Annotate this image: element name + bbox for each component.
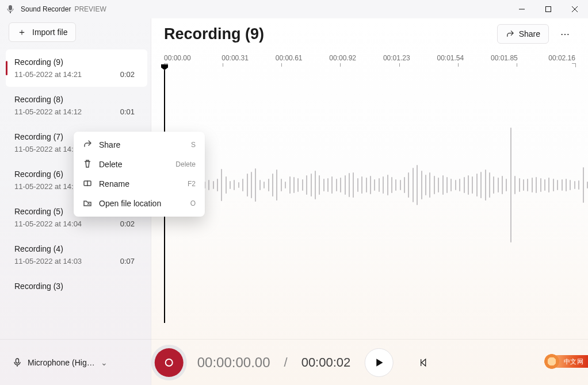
badge-text: 中文网: [564, 357, 584, 366]
svg-rect-2: [546, 7, 551, 12]
context-menu-label: Share: [99, 140, 184, 149]
input-device-label: Microphone (Hig…: [28, 358, 95, 367]
import-file-button[interactable]: ＋ Import file: [9, 22, 76, 42]
context-menu-shortcut: S: [191, 141, 196, 149]
timeline-tick-label: 00:00.00: [164, 54, 198, 62]
window-minimize-button[interactable]: [509, 0, 535, 18]
microphone-icon: [13, 358, 22, 367]
corner-badge: 中文网: [551, 355, 589, 368]
share-icon: [506, 30, 514, 38]
recording-duration: 0:02: [120, 220, 135, 228]
share-icon: [83, 140, 92, 151]
context-menu-shortcut: O: [190, 199, 196, 207]
timeline-tick-label: 00:02.16: [541, 54, 575, 62]
recording-list-item[interactable]: Recording (9)11-05-2022 at 14:210:02: [6, 49, 147, 87]
timeline-tick-label: 00:01.23: [379, 54, 414, 62]
recording-title: Recording (3): [14, 282, 135, 291]
timeline-tick-label: 00:00.31: [218, 54, 253, 62]
total-time: 00:00:02: [301, 355, 351, 370]
recording-subtitle: 11-05-2022 at 14:04: [14, 220, 82, 228]
current-time: 00:00:00.00: [197, 355, 270, 371]
share-label: Share: [519, 29, 540, 38]
recording-title: Recording (8): [14, 95, 135, 104]
time-separator: /: [284, 355, 288, 370]
folder-icon: [83, 198, 92, 209]
recording-subtitle: 11-05-2022 at 14:03: [14, 257, 82, 265]
main: Recording (9) Share ⋯ 00:00.0000:00.3100…: [151, 18, 588, 385]
app-name: Sound Recorder: [21, 5, 71, 13]
context-menu: ShareSDeleteDeleteRenameF2Open file loca…: [74, 132, 205, 217]
context-menu-label: Open file location: [99, 199, 184, 208]
context-menu-item[interactable]: RenameF2: [77, 174, 201, 194]
skip-back-button[interactable]: [413, 352, 433, 373]
delete-icon: [83, 159, 92, 170]
context-menu-shortcut: F2: [188, 180, 196, 188]
recording-list-item[interactable]: Recording (4)11-05-2022 at 14:030:07: [6, 236, 147, 274]
context-menu-item[interactable]: DeleteDelete: [77, 155, 201, 174]
chevron-down-icon: ⌄: [101, 358, 108, 367]
timeline-tick-label: 00:00.61: [272, 54, 306, 62]
recording-list-item[interactable]: Recording (8)11-05-2022 at 14:120:01: [6, 87, 147, 124]
rename-icon: [83, 179, 92, 190]
context-menu-label: Rename: [99, 179, 181, 188]
play-button[interactable]: [364, 348, 393, 377]
recording-duration: 0:07: [120, 257, 135, 265]
titlebar: Sound Recorder PREVIEW: [0, 0, 588, 18]
recording-duration: 0:01: [120, 107, 135, 116]
recording-list-item[interactable]: Recording (3): [6, 274, 147, 302]
input-device-select[interactable]: Microphone (Hig… ⌄: [13, 358, 108, 367]
badge-logo-icon: [544, 354, 559, 369]
timeline-tick-label: 00:01.85: [487, 54, 521, 62]
context-menu-label: Delete: [99, 160, 169, 169]
app-icon: [6, 5, 15, 14]
record-button[interactable]: [155, 348, 184, 377]
record-icon: [165, 359, 173, 367]
timeline-tick-label: 00:01.54: [433, 54, 468, 62]
skip-back-icon: [418, 358, 427, 367]
recording-title: Recording (9): [14, 57, 135, 67]
timeline-tick-label: 00:00.92: [326, 54, 360, 62]
waveform: [174, 122, 575, 248]
play-icon: [373, 357, 384, 368]
recording-duration: 0:02: [120, 70, 135, 79]
recording-subtitle: 11-05-2022 at 14:12: [14, 107, 82, 116]
more-icon: ⋯: [560, 29, 570, 40]
svg-rect-3: [16, 359, 19, 363]
context-menu-item[interactable]: ShareS: [77, 135, 201, 155]
app-preview-badge: PREVIEW: [74, 5, 106, 13]
window-close-button[interactable]: [562, 0, 588, 18]
window-maximize-button[interactable]: [535, 0, 562, 18]
recording-subtitle: 11-05-2022 at 14:: [14, 182, 74, 191]
share-button[interactable]: Share: [497, 24, 549, 44]
svg-rect-0: [9, 5, 12, 10]
recording-subtitle: 11-05-2022 at 14:21: [14, 70, 82, 79]
page-title: Recording (9): [164, 25, 264, 43]
timeline-ticks: 00:00.0000:00.3100:00.6100:00.9200:01.23…: [164, 54, 575, 62]
context-menu-shortcut: Delete: [175, 160, 196, 168]
recording-title: Recording (4): [14, 244, 135, 253]
more-button[interactable]: ⋯: [555, 24, 575, 44]
import-file-label: Import file: [32, 28, 67, 37]
recording-subtitle: 11-05-2022 at 14:: [14, 145, 74, 153]
plus-icon: ＋: [17, 28, 26, 37]
context-menu-item[interactable]: Open file locationO: [77, 194, 201, 213]
svg-rect-1: [10, 11, 11, 13]
controls-bar: Microphone (Hig… ⌄ 00:00:00.00 / 00:00:0…: [0, 339, 588, 385]
timeline[interactable]: 00:00.0000:00.3100:00.6100:00.9200:01.23…: [151, 47, 588, 323]
